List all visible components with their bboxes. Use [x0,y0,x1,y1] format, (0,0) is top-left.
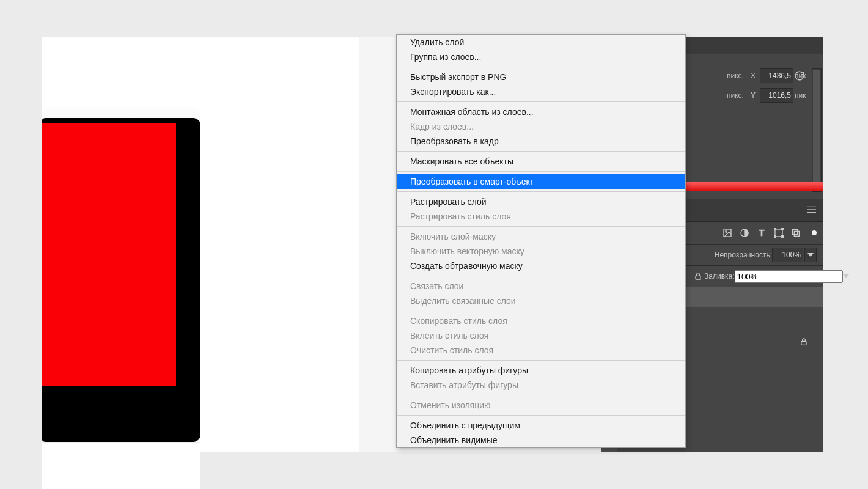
menu-separator [397,276,685,276]
menu-separator [397,101,685,102]
menu-item: Очистить стиль слоя [397,343,685,358]
filter-toggle-dot[interactable] [812,230,817,235]
svg-point-4 [726,231,727,233]
device-mockup [42,107,200,471]
fill-input[interactable] [735,270,843,283]
menu-item: Вставить атрибуты фигуры [397,378,685,392]
panel-menu-icon[interactable] [807,205,817,214]
document-canvas[interactable] [42,37,359,452]
svg-rect-16 [696,276,701,279]
menu-item[interactable]: Создать обтравочную маску [397,259,685,273]
menu-item: Вклеить стиль слоя [397,328,685,343]
svg-rect-17 [801,341,806,345]
filter-text-icon[interactable] [756,227,768,239]
menu-item[interactable]: Объединить видимые [397,433,685,447]
menu-item[interactable]: Удалить слой [397,35,685,50]
menu-item: Отменить изоляцию [397,398,685,413]
menu-separator [397,415,685,416]
fill-label: Заливка: [704,272,735,281]
menu-item[interactable]: Преобразовать в смарт-объект [397,174,685,189]
menu-separator [397,360,685,361]
prop-y-unit: пик [793,91,811,100]
layer-context-menu[interactable]: Удалить слойГруппа из слоев...Быстрый эк… [396,34,686,448]
menu-item: Скопировать стиль слоя [397,314,685,328]
menu-item[interactable]: Растрировать слой [397,194,685,209]
prop-y-label: Y [746,91,760,100]
filter-adjust-icon[interactable] [738,227,751,239]
menu-item[interactable]: Копировать атрибуты фигуры [397,363,685,378]
lock-icon[interactable] [797,335,811,348]
menu-item[interactable]: Экспортировать как... [397,84,685,99]
prop-x-label: X [746,72,760,80]
menu-item[interactable]: Монтажная область из слоев... [397,105,685,119]
menu-separator [397,311,685,311]
svg-rect-7 [774,229,776,230]
svg-rect-2 [807,212,816,213]
filter-pixel-icon[interactable] [721,227,734,239]
opacity-label: Непрозрачность: [715,251,772,259]
menu-separator [397,171,685,172]
svg-rect-12 [794,231,799,236]
menu-separator [397,191,685,192]
prop-x-unit: пик [793,72,811,80]
prop-x-input[interactable] [760,68,793,83]
menu-separator [397,395,685,395]
filter-shape-icon[interactable] [773,227,785,239]
svg-rect-8 [782,229,784,230]
svg-rect-9 [774,236,776,238]
svg-rect-1 [807,209,816,210]
menu-item[interactable]: Преобразовать в кадр [397,134,685,149]
menu-item: Кадр из слоев... [397,119,685,134]
menu-separator [397,226,685,227]
svg-rect-11 [793,230,798,235]
menu-item[interactable]: Объединить с предыдущим [397,418,685,433]
shape-rectangle-red[interactable] [42,123,176,386]
prop-y-prefix-unit: пикс. [727,91,746,100]
menu-separator [397,67,685,67]
svg-rect-10 [782,236,784,238]
lock-all-icon[interactable] [692,270,704,282]
menu-separator [397,151,685,152]
fill-caret[interactable] [843,273,849,279]
svg-rect-0 [807,207,816,207]
menu-item: Связать слои [397,279,685,293]
menu-item[interactable]: Быстрый экспорт в PNG [397,70,685,84]
menu-item[interactable]: Маскировать все объекты [397,154,685,169]
device-bezel [42,118,200,442]
menu-item: Растрировать стиль слоя [397,209,685,224]
menu-item: Включить слой-маску [397,229,685,244]
menu-item: Выделить связанные слои [397,293,685,308]
menu-item: Выключить векторную маску [397,244,685,259]
app-stage: а фигуры пикс. X пик пикс. Y [42,37,823,452]
menu-item[interactable]: Группа из слоев... [397,50,685,64]
prop-y-input[interactable] [760,88,793,103]
opacity-caret[interactable] [804,248,817,262]
filter-smart-icon[interactable] [790,227,802,239]
device-bottom [42,442,200,489]
opacity-input[interactable] [772,248,803,262]
prop-x-prefix-unit: пикс. [727,72,746,80]
